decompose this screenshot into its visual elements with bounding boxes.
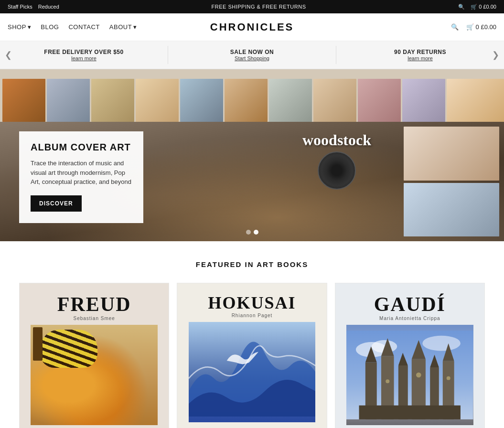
reduced-link[interactable]: Reduced [38, 4, 59, 10]
book-title-hokusai: HOKUSAI [208, 293, 296, 313]
svg-point-18 [416, 373, 421, 378]
hero-overlay-title: ALBUM COVER ART [31, 142, 132, 153]
shelf-item [447, 79, 504, 122]
discover-button[interactable]: Discover [31, 195, 82, 212]
zebra-illustration [40, 330, 97, 368]
album-thumb-2 [404, 183, 499, 237]
top-bar: Staff Picks Reduced FREE SHIPPING & FREE… [0, 0, 504, 13]
promo-item-sale: SALE NOW ON Start Shopping [168, 46, 336, 64]
book-card-freud[interactable]: FREUD Sebastian Smee [19, 283, 169, 428]
top-bar-right: 🔍 🛒 0 £0.00 [458, 4, 496, 10]
promo-delivery-link[interactable]: learn more [71, 55, 97, 61]
promo-returns-link[interactable]: learn more [407, 55, 433, 61]
promo-sale-link[interactable]: Start Shopping [235, 55, 269, 61]
shelf-item [402, 79, 445, 122]
book-author-freud: Sebastian Smee [73, 316, 115, 321]
book-illustration-hokusai [189, 322, 315, 422]
book-card-gaudi[interactable]: GAUDÍ Maria Antonietta Crippa [335, 283, 485, 428]
shelf-item [225, 79, 268, 122]
hero-dots [246, 230, 258, 235]
book-cover-freud: FREUD Sebastian Smee [20, 283, 169, 428]
hero-dot-1[interactable] [246, 230, 251, 235]
promo-banner: ❮ FREE DELIVERY OVER $50 learn more SALE… [0, 41, 504, 69]
book-author-gaudi: Maria Antonietta Crippa [379, 316, 440, 321]
nav-about[interactable]: ABOUT ▾ [109, 23, 137, 31]
woodstock-title: woodstock [289, 131, 385, 149]
top-bar-left: Staff Picks Reduced [8, 4, 59, 10]
chevron-down-icon: ▾ [133, 23, 137, 31]
promo-items: FREE DELIVERY OVER $50 learn more SALE N… [0, 46, 504, 64]
nav-contact[interactable]: CONTACT [68, 23, 99, 31]
woodstock-disc [318, 151, 356, 190]
book-illustration-gaudi [346, 325, 473, 425]
book-illustration-freud [31, 325, 157, 425]
album-thumb-1 [404, 127, 499, 181]
site-logo[interactable]: CHRONICLES [210, 21, 294, 33]
search-icon[interactable]: 🔍 [458, 4, 465, 10]
book-title-gaudi: GAUDÍ [374, 293, 446, 316]
svg-point-17 [386, 379, 389, 383]
nav-shop[interactable]: SHOP ▾ [8, 23, 31, 31]
staff-picks-link[interactable]: Staff Picks [8, 4, 32, 10]
shelf-item [91, 79, 134, 122]
hero-section: woodstock ALBUM COVER ART Trace the inte… [0, 69, 504, 241]
nav-blog[interactable]: BLOG [41, 23, 59, 31]
hero-shelf [0, 69, 504, 122]
nav-left: SHOP ▾ BLOG CONTACT ABOUT ▾ [8, 23, 137, 31]
book-cover-hokusai: HOKUSAI Rhiannon Paget [177, 283, 326, 428]
shelf-item [2, 79, 45, 122]
woodstock-overlay: woodstock [289, 131, 385, 192]
promo-returns-title: 90 DAY RETURNS [344, 49, 496, 55]
promo-sale-title: SALE NOW ON [176, 49, 328, 55]
hero-overlay: ALBUM COVER ART Trace the interaction of… [19, 131, 143, 223]
hero-overlay-body: Trace the interaction of music and visua… [31, 159, 132, 187]
promo-arrow-right[interactable]: ❯ [487, 50, 504, 60]
featured-title: FEATURED IN ART BOOKS [8, 260, 496, 268]
svg-rect-16 [359, 406, 461, 419]
chevron-down-icon: ▾ [28, 23, 32, 31]
cart-info[interactable]: 🛒 0 £0.00 [471, 4, 496, 10]
sagrada-svg [346, 325, 473, 425]
hero-right-albums [399, 122, 504, 241]
svg-point-19 [447, 376, 450, 380]
shelf-item [47, 79, 90, 122]
great-wave-svg [189, 322, 315, 422]
book-grid: FREUD Sebastian Smee HOKUSAI Rhiannon Pa… [8, 283, 496, 428]
book-title-freud: FREUD [57, 293, 131, 316]
top-bar-center: FREE SHIPPING & FREE RETURNS [212, 4, 306, 10]
book-cover-gaudi: GAUDÍ Maria Antonietta Crippa [335, 283, 484, 428]
palm-illustration [33, 327, 43, 361]
shelf-item [180, 79, 223, 122]
cart-icon[interactable]: 🛒 0 £0.00 [466, 23, 496, 31]
book-card-hokusai[interactable]: HOKUSAI Rhiannon Paget [177, 283, 327, 428]
promo-item-returns: 90 DAY RETURNS learn more [336, 46, 504, 64]
shelf-item [269, 79, 312, 122]
search-icon[interactable]: 🔍 [451, 23, 459, 31]
shelf-item [313, 79, 356, 122]
nav-right: 🔍 🛒 0 £0.00 [451, 23, 496, 31]
hero-dot-2[interactable] [254, 230, 258, 235]
svg-point-3 [422, 336, 461, 351]
featured-section: FEATURED IN ART BOOKS FREUD Sebastian Sm… [0, 241, 504, 428]
promo-item-delivery: FREE DELIVERY OVER $50 learn more [0, 46, 168, 64]
promo-arrow-left[interactable]: ❮ [0, 50, 17, 60]
book-author-hokusai: Rhiannon Paget [232, 313, 273, 318]
promo-delivery-title: FREE DELIVERY OVER $50 [8, 49, 160, 55]
shelf-item [358, 79, 401, 122]
shelf-item [136, 79, 179, 122]
main-nav: SHOP ▾ BLOG CONTACT ABOUT ▾ CHRONICLES 🔍… [0, 13, 504, 41]
